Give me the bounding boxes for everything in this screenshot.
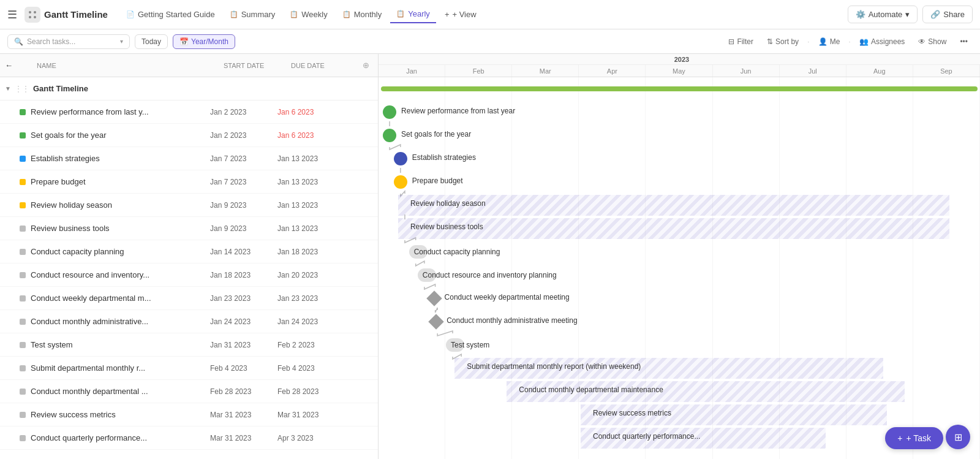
- apps-button[interactable]: ⊞: [946, 425, 970, 449]
- gantt-progress-bar-row: [379, 77, 980, 101]
- gantt-hatched-bar: [507, 381, 905, 402]
- task-arrow-icon[interactable]: →: [345, 131, 353, 140]
- task-name: Establish strategies: [31, 154, 210, 163]
- group-drag-icon: ⋮⋮: [15, 85, 29, 93]
- view-button[interactable]: + + View: [439, 6, 483, 23]
- task-color-indicator: [20, 249, 26, 255]
- yearmonth-button[interactable]: 📅 Year/Month: [173, 34, 235, 49]
- gantt-bar-label: Establish strategies: [412, 153, 476, 162]
- automate-button[interactable]: ⚙️ Automate ▾: [848, 6, 918, 23]
- hamburger-icon[interactable]: ☰: [7, 8, 17, 21]
- task-add-icon[interactable]: +: [356, 363, 361, 373]
- task-add-icon[interactable]: +: [356, 247, 361, 257]
- task-arrow-icon[interactable]: →: [345, 270, 353, 280]
- sort-button[interactable]: ⇅ Sort by: [762, 35, 804, 48]
- task-row[interactable]: Set goals for the year Jan 2 2023 Jan 6 …: [0, 124, 378, 147]
- task-due-date: Jan 20 2023: [277, 271, 345, 279]
- task-row[interactable]: Conduct monthly administrative... Jan 24…: [0, 310, 378, 333]
- task-row[interactable]: Test system Jan 31 2023 Feb 2 2023 → +: [0, 333, 378, 357]
- task-arrow-icon[interactable]: →: [345, 154, 353, 164]
- show-button[interactable]: 👁 Show: [913, 35, 951, 48]
- task-color-indicator: [20, 295, 26, 302]
- task-due-date: Jan 18 2023: [277, 248, 345, 256]
- svg-point-0: [29, 11, 31, 13]
- task-add-icon[interactable]: +: [356, 317, 361, 327]
- task-row[interactable]: Conduct resource and inventory... Jan 18…: [0, 264, 378, 287]
- today-label: Today: [141, 37, 161, 46]
- gantt-header: 2023 JanFebMarAprMayJunJulAugSep: [379, 54, 980, 77]
- add-task-label: + Task: [906, 433, 931, 443]
- task-start-date: Jan 2 2023: [210, 131, 277, 140]
- tab-weekly[interactable]: 📋 Weekly: [284, 6, 333, 23]
- task-arrow-icon[interactable]: →: [345, 294, 353, 303]
- tab-summary[interactable]: 📋 Summary: [224, 6, 282, 23]
- group-row-gantt-timeline[interactable]: ▼ ⋮⋮ Gantt Timeline: [0, 77, 378, 101]
- task-color-indicator: [20, 342, 26, 348]
- calendar-icon: 📅: [179, 37, 189, 46]
- task-row[interactable]: Review business tools Jan 9 2023 Jan 13 …: [0, 217, 378, 240]
- share-button[interactable]: 🔗 Share: [922, 6, 973, 23]
- task-arrow-icon[interactable]: →: [345, 363, 353, 373]
- task-row[interactable]: Submit departmental monthly r... Feb 4 2…: [0, 357, 378, 380]
- task-due-date: Jan 6 2023: [277, 131, 345, 140]
- tab-monthly[interactable]: 📋 Monthly: [336, 6, 388, 23]
- back-icon[interactable]: ←: [5, 61, 20, 70]
- tab-icon-yearly: 📋: [396, 10, 405, 18]
- task-add-icon[interactable]: +: [356, 387, 361, 396]
- task-arrow-icon[interactable]: →: [345, 107, 353, 117]
- task-add-icon[interactable]: +: [356, 433, 361, 443]
- more-options-button[interactable]: •••: [955, 35, 973, 48]
- task-due-date: Jan 13 2023: [277, 154, 345, 163]
- add-column-button[interactable]: ⊕: [358, 61, 373, 70]
- task-name: Test system: [31, 340, 210, 349]
- me-button[interactable]: 👤 Me: [813, 35, 845, 48]
- task-add-icon[interactable]: +: [356, 294, 361, 303]
- task-add-icon[interactable]: +: [356, 177, 361, 187]
- task-row[interactable]: Conduct monthly departmental ... Feb 28 …: [0, 380, 378, 403]
- tab-getting-started[interactable]: 📄 Getting Started Guide: [120, 6, 221, 23]
- task-row[interactable]: Establish strategies Jan 7 2023 Jan 13 2…: [0, 147, 378, 170]
- gantt-body: Review performance from last yearSet goa…: [379, 77, 980, 459]
- task-arrow-icon[interactable]: →: [345, 340, 353, 350]
- task-add-icon[interactable]: +: [356, 410, 361, 420]
- task-arrow-icon[interactable]: →: [345, 410, 353, 420]
- task-arrow-icon[interactable]: →: [345, 387, 353, 396]
- task-row[interactable]: Conduct weekly departmental m... Jan 23 …: [0, 287, 378, 310]
- task-row[interactable]: Conduct quarterly performance... Mar 31 …: [0, 427, 378, 450]
- task-add-icon[interactable]: +: [356, 131, 361, 140]
- add-task-button[interactable]: + + Task: [885, 427, 943, 449]
- task-arrow-icon[interactable]: →: [345, 247, 353, 257]
- task-due-date: Jan 13 2023: [277, 201, 345, 210]
- main-content: ← NAME Start Date Due Date ⊕ ▼ ⋮⋮ Gantt …: [0, 54, 980, 459]
- task-row[interactable]: Prepare budget Jan 7 2023 Jan 13 2023 → …: [0, 170, 378, 194]
- task-arrow-icon[interactable]: →: [345, 433, 353, 443]
- tab-icon-monthly: 📋: [342, 10, 351, 18]
- task-color-indicator: [20, 319, 26, 325]
- task-add-icon[interactable]: +: [356, 154, 361, 164]
- task-color-indicator: [20, 109, 26, 115]
- task-arrow-icon[interactable]: →: [345, 224, 353, 233]
- col-start-header: Start Date: [224, 62, 291, 69]
- gantt-month-cell: Sep: [913, 65, 980, 77]
- task-add-icon[interactable]: +: [356, 200, 361, 210]
- task-name: Review success metrics: [31, 410, 210, 419]
- task-arrow-icon[interactable]: →: [345, 177, 353, 187]
- task-arrow-icon[interactable]: →: [345, 200, 353, 210]
- assignees-button[interactable]: 👥 Assignees: [854, 35, 910, 48]
- task-row[interactable]: Review holiday season Jan 9 2023 Jan 13 …: [0, 194, 378, 217]
- task-row[interactable]: Review performance from last y... Jan 2 …: [0, 101, 378, 124]
- filter-button[interactable]: ⊟ Filter: [723, 35, 758, 48]
- task-add-icon[interactable]: +: [356, 270, 361, 280]
- task-add-icon[interactable]: +: [356, 340, 361, 350]
- task-row[interactable]: Review success metrics Mar 31 2023 Mar 3…: [0, 403, 378, 427]
- today-button[interactable]: Today: [135, 34, 168, 49]
- tab-label-summary: Summary: [241, 10, 276, 19]
- tab-yearly[interactable]: 📋 Yearly: [390, 6, 436, 23]
- search-box[interactable]: 🔍 Search tasks... ▾: [7, 34, 130, 49]
- task-add-icon[interactable]: +: [356, 107, 361, 117]
- app-logo: Gantt Timeline: [24, 7, 108, 23]
- task-arrow-icon[interactable]: →: [345, 317, 353, 327]
- task-add-icon[interactable]: +: [356, 224, 361, 233]
- task-row[interactable]: Conduct capacity planning Jan 14 2023 Ja…: [0, 240, 378, 264]
- gantt-year-row: 2023: [379, 54, 980, 65]
